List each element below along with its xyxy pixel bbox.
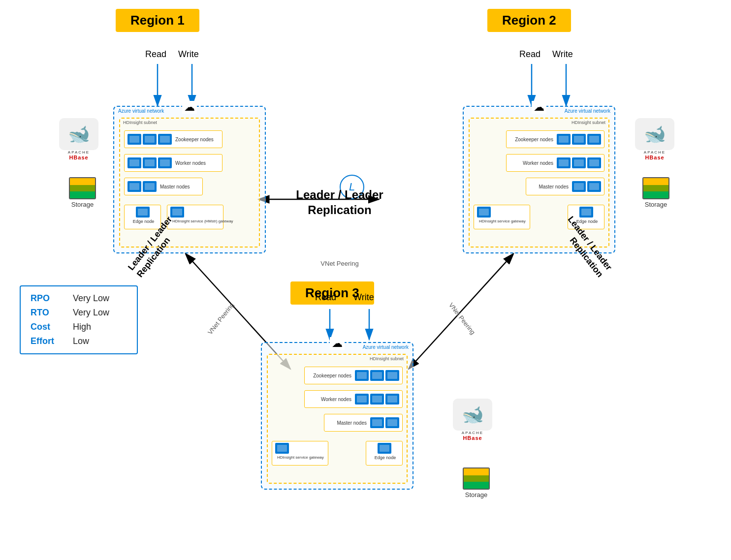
zookeeper-label-r1: Zookeeper nodes — [175, 137, 214, 142]
cost-val: High — [73, 322, 91, 332]
storage-stack-r3 — [463, 467, 490, 490]
edge-row-r3: Edge node — [366, 441, 403, 466]
svc-node-1-r1 — [170, 207, 184, 218]
storage-stack-r1 — [69, 177, 96, 199]
worker-node-1-r1 — [127, 157, 141, 168]
storage-label-r2: Storage — [645, 201, 667, 208]
storage-layer-green-r2 — [643, 191, 668, 198]
master-row-r1: Master nodes — [124, 178, 203, 195]
zk-node-3-r1 — [158, 134, 172, 145]
info-box: RPO Very Low RTO Very Low Cost High Effo… — [20, 285, 138, 354]
zk-node-3-r2 — [557, 134, 571, 145]
rto-val: Very Low — [73, 308, 109, 318]
storage-r1: Storage — [69, 177, 96, 208]
zk-node-1-r1 — [127, 134, 141, 145]
hdinsight-svc-label-r3: HDInsight service gateway — [277, 455, 324, 460]
master-node-2-r1 — [143, 181, 157, 192]
master-row-r2: Master nodes — [526, 178, 604, 195]
worker-row-r3: Worker nodes — [304, 390, 403, 408]
master-label-r1: Master nodes — [160, 184, 190, 189]
hdinsight-service-r3: HDInsight service gateway — [272, 441, 328, 466]
storage-layer-olive-r3 — [464, 475, 489, 482]
effort-row: Effort Low — [31, 336, 127, 346]
hdinsight-subnet-label-r1: HDInsight subnet — [123, 120, 157, 125]
worker-node-3-r1 — [158, 157, 172, 168]
cost-key: Cost — [31, 322, 65, 332]
read-label-r3: Read — [315, 292, 336, 303]
edge-node-r2 — [579, 207, 593, 218]
hbase-text-r3: HBase — [463, 435, 482, 441]
vnet-peering-left: VNet Peering — [206, 301, 235, 336]
edge-node-r1 — [136, 207, 150, 218]
master-node-2-r2 — [572, 181, 586, 192]
edge-row-r1: Edge node — [124, 205, 161, 229]
hbase-logo-r1: 🐋 APACHE HBase — [59, 118, 98, 160]
master-label-r3: Master nodes — [337, 420, 367, 426]
azure-vnet-label-r3: Azure virtual network — [363, 344, 409, 350]
edge-label-r3: Edge node — [375, 455, 396, 460]
master-node-1-r1 — [127, 181, 141, 192]
worker-label-r3: Worker nodes — [321, 397, 351, 402]
zk-node-2-r1 — [143, 134, 157, 145]
storage-layer-olive-r2 — [643, 185, 668, 192]
region3-azure-vnet: Azure virtual network HDInsight subnet Z… — [261, 342, 413, 490]
azure-vnet-label-r1: Azure virtual network — [118, 108, 164, 114]
zk-node-2-r2 — [572, 134, 586, 145]
hdinsight-subnet-label-r3: HDInsight subnet — [370, 356, 404, 361]
cost-row: Cost High — [31, 322, 127, 332]
region2-azure-vnet: Azure virtual network HDInsight subnet Z… — [463, 106, 615, 253]
write-label-r2: Write — [552, 49, 573, 60]
storage-r3: Storage — [463, 467, 490, 498]
apache-text-r2: APACHE — [644, 150, 666, 155]
apache-text-r3: APACHE — [462, 431, 483, 435]
hbase-logo-r3: 🐋 APACHE HBase — [453, 399, 492, 441]
master-label-r2: Master nodes — [539, 184, 569, 189]
storage-label-r3: Storage — [465, 491, 488, 498]
rto-row: RTO Very Low — [31, 308, 127, 318]
master-node-1-r2 — [587, 181, 601, 192]
hdinsight-subnet-label-r2: HDInsight subnet — [572, 120, 605, 125]
region1-banner: Region 1 — [116, 9, 199, 32]
storage-stack-r2 — [642, 177, 669, 199]
hbase-text-r1: HBase — [69, 155, 88, 160]
rpo-key: RPO — [31, 293, 65, 304]
worker-row-r1: Worker nodes — [124, 154, 222, 172]
cloud-icon-r3: ☁ — [330, 337, 345, 350]
storage-layer-yellow-r3 — [464, 468, 489, 475]
azure-vnet-label-r2: Azure virtual network — [565, 108, 610, 114]
rto-key: RTO — [31, 308, 65, 318]
worker-label-r1: Worker nodes — [175, 160, 206, 166]
worker-row-r2: Worker nodes — [506, 154, 604, 172]
storage-layer-green-r3 — [464, 482, 489, 489]
storage-layer-green-r1 — [70, 191, 95, 198]
region1-azure-vnet: Azure virtual network HDInsight subnet Z… — [113, 106, 266, 253]
storage-layer-olive-r1 — [70, 185, 95, 192]
read-label-r2: Read — [519, 49, 540, 60]
worker-node-1-r2 — [587, 157, 601, 168]
main-container: Region 1 Region 2 Region 3 Read Write Re… — [0, 0, 731, 560]
zookeeper-row-r2: Zookeeper nodes — [506, 130, 604, 148]
worker-node-2-r1 — [143, 157, 157, 168]
zookeeper-row-r3: Zookeeper nodes — [304, 367, 403, 384]
master-row-r3: Master nodes — [324, 414, 403, 432]
hbase-text-r2: HBase — [645, 155, 664, 160]
zookeeper-label-r3: Zookeeper nodes — [313, 373, 351, 378]
effort-val: Low — [73, 336, 89, 346]
worker-node-2-r2 — [572, 157, 586, 168]
vnet-peering-right: VNet Peering — [447, 301, 477, 336]
storage-layer-yellow-r1 — [70, 178, 95, 185]
hdinsight-svc-label-r1: HDInsight service (HMstr) gateway — [172, 219, 233, 223]
region2-banner: Region 2 — [487, 9, 571, 32]
edge-label-r1: Edge node — [133, 219, 155, 224]
cloud-icon-r1: ☁ — [182, 101, 197, 114]
apache-text-r1: APACHE — [68, 150, 90, 155]
storage-layer-yellow-r2 — [643, 178, 668, 185]
write-label-r3: Write — [353, 292, 374, 303]
svc-node-1-r2 — [477, 207, 491, 218]
zk-node-1-r2 — [587, 134, 601, 145]
vnet-peering-center: VNet Peering — [295, 260, 384, 267]
rpo-row: RPO Very Low — [31, 293, 127, 304]
hdinsight-service-r2: HDInsight service gateway — [474, 205, 530, 229]
hbase-logo-r2: 🐋 APACHE HBase — [635, 118, 674, 160]
zookeeper-label-r2: Zookeeper nodes — [515, 137, 553, 142]
